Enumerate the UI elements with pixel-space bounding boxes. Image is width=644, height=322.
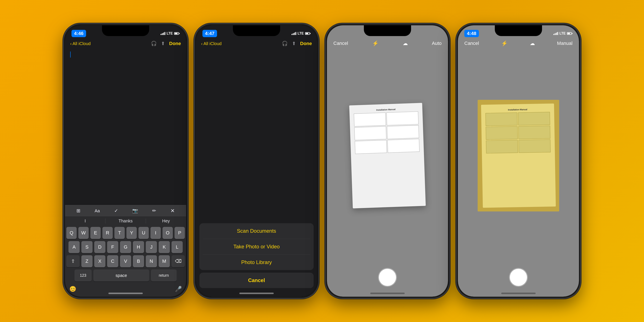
status-icons-1: LTE xyxy=(160,32,180,36)
mic-key[interactable]: 🎤 xyxy=(175,286,182,292)
camera-controls-4: Cancel ⚡ ☁ Manual xyxy=(458,38,579,48)
phone3-screen: Cancel ⚡ ☁ Auto Installation Manual xyxy=(327,25,448,297)
shutter-button-4[interactable] xyxy=(510,269,527,286)
doc-grid-4 xyxy=(486,112,550,153)
doc-content-4: Installation Manual xyxy=(481,104,555,158)
phone-2: 4:47 LTE xyxy=(194,24,319,298)
scan-documents-button[interactable]: Scan Documents xyxy=(200,223,314,239)
flash-icon-3[interactable]: ⚡ xyxy=(372,40,379,46)
headphones-icon-2[interactable]: 🎧 xyxy=(282,41,288,46)
flash-icon-4[interactable]: ⚡ xyxy=(501,40,508,46)
mode-label-3[interactable]: Auto xyxy=(432,40,442,46)
camera-toolbar-icon[interactable]: 📷 xyxy=(132,208,138,214)
key-S[interactable]: S xyxy=(81,241,92,253)
phone-1: 4:46 LTE xyxy=(63,24,188,298)
notch xyxy=(102,25,149,36)
key-numbers[interactable]: 123 xyxy=(74,270,92,282)
key-A[interactable]: A xyxy=(68,241,80,253)
shutter-button-3[interactable] xyxy=(379,269,396,286)
lte-label: LTE xyxy=(166,32,173,36)
key-E[interactable]: E xyxy=(90,227,101,239)
pred-word-2[interactable]: Thanks xyxy=(106,218,146,224)
key-I[interactable]: I xyxy=(150,227,161,239)
home-bar-1 xyxy=(108,292,143,294)
key-F[interactable]: F xyxy=(107,241,118,253)
take-photo-button[interactable]: Take Photo or Video xyxy=(200,239,314,254)
notes-nav-1: ‹ All iCloud 🎧 ⬆ Done xyxy=(65,39,186,48)
phone4-screen: 4:48 LTE xyxy=(458,25,579,297)
pred-word-1[interactable]: I xyxy=(65,218,105,224)
key-H[interactable]: H xyxy=(133,241,144,253)
key-Y[interactable]: Y xyxy=(126,227,137,239)
doc-title-4: Installation Manual xyxy=(485,108,550,111)
key-N[interactable]: N xyxy=(146,255,157,267)
key-R[interactable]: R xyxy=(102,227,113,239)
key-B[interactable]: B xyxy=(133,255,144,267)
photo-library-button[interactable]: Photo Library xyxy=(200,254,314,270)
key-O[interactable]: O xyxy=(162,227,173,239)
key-U[interactable]: U xyxy=(138,227,149,239)
table-icon[interactable]: ⊞ xyxy=(76,208,80,214)
key-row-2: A S D F G H J K L xyxy=(66,241,185,253)
share-icon-2[interactable]: ⬆ xyxy=(292,41,296,46)
key-K[interactable]: K xyxy=(159,241,170,253)
key-J[interactable]: J xyxy=(146,241,157,253)
battery-icon-4 xyxy=(567,32,572,35)
status-icons-2: LTE xyxy=(292,32,310,36)
draw-icon[interactable]: ✏ xyxy=(152,208,156,214)
pred-word-3[interactable]: Hey xyxy=(146,218,186,224)
time-badge-4: 4:48 xyxy=(464,30,479,37)
checklist-icon[interactable]: ✓ xyxy=(114,208,118,214)
share-icon[interactable]: ⬆ xyxy=(161,41,165,46)
emoji-key[interactable]: 😊 xyxy=(69,286,76,292)
key-space[interactable]: space xyxy=(94,270,149,282)
phone2-screen: 4:47 LTE xyxy=(196,25,317,297)
key-delete[interactable]: ⌫ xyxy=(172,255,185,267)
back-button-2[interactable]: ‹ All iCloud xyxy=(201,41,222,46)
key-Z[interactable]: Z xyxy=(81,255,92,267)
signal-icon xyxy=(160,32,165,35)
key-return[interactable]: return xyxy=(151,270,177,282)
camera-controls-3: Cancel ⚡ ☁ Auto xyxy=(327,38,448,48)
key-P[interactable]: P xyxy=(174,227,185,239)
key-X[interactable]: X xyxy=(94,255,106,267)
battery-icon-2 xyxy=(305,32,310,35)
key-row-4: 123 space return xyxy=(66,270,185,282)
phone1-screen: 4:46 LTE xyxy=(65,25,186,297)
lte-label-4: LTE xyxy=(560,32,566,36)
doc-cell-2 xyxy=(386,112,418,125)
key-L[interactable]: L xyxy=(172,241,183,253)
key-Q[interactable]: Q xyxy=(66,227,77,239)
home-bar-3 xyxy=(370,292,405,294)
moon-icon-4[interactable]: ☁ xyxy=(530,40,535,46)
doc-cell-4-4 xyxy=(518,126,550,139)
headphones-icon[interactable]: 🎧 xyxy=(151,41,157,46)
doc-cell-4 xyxy=(387,125,419,139)
key-D[interactable]: D xyxy=(94,241,106,253)
doc-cell-4-2 xyxy=(518,112,550,125)
key-V[interactable]: V xyxy=(120,255,131,267)
signal-icon-2 xyxy=(292,32,296,35)
moon-icon-3[interactable]: ☁ xyxy=(403,40,408,46)
key-M[interactable]: M xyxy=(159,255,170,267)
phones-container: 4:46 LTE xyxy=(63,24,581,298)
key-shift[interactable]: ⇧ xyxy=(66,255,80,267)
text-cursor xyxy=(70,52,71,58)
done-button-1[interactable]: Done xyxy=(169,41,181,46)
key-C[interactable]: C xyxy=(107,255,118,267)
format-icon[interactable]: Aa xyxy=(95,208,100,214)
back-button-1[interactable]: ‹ All iCloud xyxy=(70,41,90,46)
close-keyboard-icon[interactable]: ✕ xyxy=(170,208,175,214)
mode-label-4[interactable]: Manual xyxy=(557,40,572,46)
key-W[interactable]: W xyxy=(78,227,89,239)
done-button-2[interactable]: Done xyxy=(300,41,312,46)
cancel-button-4[interactable]: Cancel xyxy=(464,40,479,46)
key-T[interactable]: T xyxy=(114,227,125,239)
keyboard-rows: Q W E R T Y U I O P A xyxy=(65,226,186,282)
cancel-button-3[interactable]: Cancel xyxy=(334,40,348,46)
key-G[interactable]: G xyxy=(120,241,131,253)
note-content-1[interactable] xyxy=(65,48,186,61)
cancel-button-2[interactable]: Cancel xyxy=(200,273,314,288)
doc-cell-6 xyxy=(387,139,420,153)
doc-cell-5 xyxy=(355,140,387,154)
